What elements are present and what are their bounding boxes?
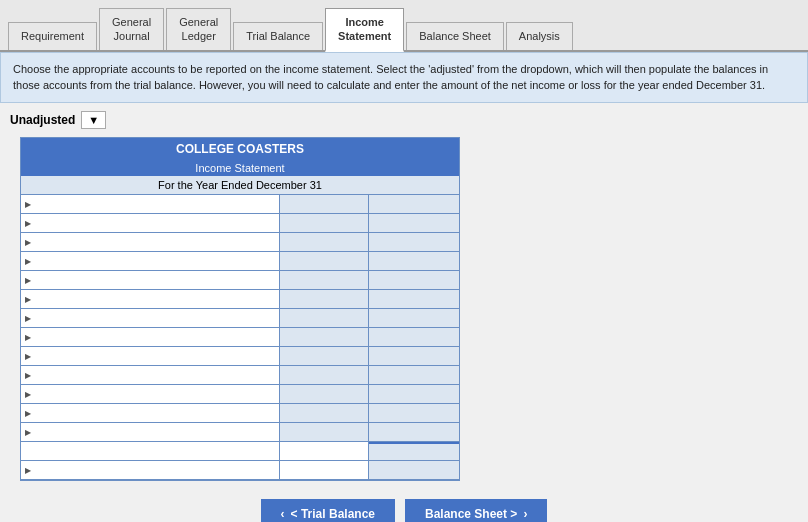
- row-value1-2[interactable]: [280, 214, 370, 232]
- row-label-15[interactable]: [21, 461, 280, 479]
- table-row: [21, 233, 459, 252]
- prev-label: < Trial Balance: [291, 507, 375, 521]
- row-value1-6[interactable]: [280, 290, 370, 308]
- tab-requirement[interactable]: Requirement: [8, 22, 97, 49]
- table-row: [21, 252, 459, 271]
- row-value1-8[interactable]: [280, 328, 370, 346]
- row-value1-14[interactable]: [280, 442, 370, 460]
- row-value2-9[interactable]: [369, 347, 459, 365]
- row-value1-4[interactable]: [280, 252, 370, 270]
- bottom-nav: ‹ < Trial Balance Balance Sheet > ›: [0, 481, 808, 522]
- instructions-box: Choose the appropriate accounts to be re…: [0, 52, 808, 103]
- row-value2-4[interactable]: [369, 252, 459, 270]
- row-value2-11[interactable]: [369, 385, 459, 403]
- row-label-13[interactable]: [21, 423, 280, 441]
- row-value1-11[interactable]: [280, 385, 370, 403]
- dropdown-label: Unadjusted: [10, 113, 75, 127]
- row-value1-12[interactable]: [280, 404, 370, 422]
- prev-button[interactable]: ‹ < Trial Balance: [261, 499, 395, 522]
- tabs-bar: Requirement GeneralJournal GeneralLedger…: [0, 0, 808, 52]
- row-value1-7[interactable]: [280, 309, 370, 327]
- row-label-4[interactable]: [21, 252, 280, 270]
- controls-row: Unadjusted ▼: [0, 103, 808, 137]
- row-value1-9[interactable]: [280, 347, 370, 365]
- prev-icon: ‹: [281, 507, 285, 521]
- next-icon: ›: [523, 507, 527, 521]
- row-value2-12[interactable]: [369, 404, 459, 422]
- row-label-2[interactable]: [21, 214, 280, 232]
- instructions-text: Choose the appropriate accounts to be re…: [13, 63, 768, 92]
- tab-income-statement[interactable]: IncomeStatement: [325, 8, 404, 52]
- table-row: [21, 328, 459, 347]
- row-value2-14[interactable]: [369, 442, 459, 460]
- table-row: [21, 271, 459, 290]
- row-value2-3[interactable]: [369, 233, 459, 251]
- chevron-down-icon: ▼: [88, 114, 99, 126]
- tab-balance-sheet[interactable]: Balance Sheet: [406, 22, 504, 49]
- row-value2-1[interactable]: [369, 195, 459, 213]
- table-row: [21, 423, 459, 442]
- row-value1-15[interactable]: [280, 461, 370, 479]
- row-label-5[interactable]: [21, 271, 280, 289]
- table-row: [21, 404, 459, 423]
- row-value2-10[interactable]: [369, 366, 459, 384]
- table-row: [21, 366, 459, 385]
- table-row: [21, 347, 459, 366]
- row-label-7[interactable]: [21, 309, 280, 327]
- tab-general-journal[interactable]: GeneralJournal: [99, 8, 164, 50]
- row-label-6[interactable]: [21, 290, 280, 308]
- row-label-11[interactable]: [21, 385, 280, 403]
- statement-table: COLLEGE COASTERS Income Statement For th…: [20, 137, 460, 195]
- table-row: [21, 309, 459, 328]
- company-name: COLLEGE COASTERS: [21, 137, 460, 160]
- row-label-1[interactable]: [21, 195, 280, 213]
- row-value1-3[interactable]: [280, 233, 370, 251]
- tab-analysis[interactable]: Analysis: [506, 22, 573, 49]
- row-value1-13[interactable]: [280, 423, 370, 441]
- next-label: Balance Sheet >: [425, 507, 517, 521]
- row-label-14[interactable]: [21, 442, 280, 460]
- row-value2-15[interactable]: [369, 461, 459, 479]
- table-row: [21, 461, 459, 480]
- row-value2-5[interactable]: [369, 271, 459, 289]
- row-value2-6[interactable]: [369, 290, 459, 308]
- table-row: [21, 385, 459, 404]
- row-value2-2[interactable]: [369, 214, 459, 232]
- statement-period: For the Year Ended December 31: [21, 176, 460, 195]
- row-value1-5[interactable]: [280, 271, 370, 289]
- statement-title: Income Statement: [21, 160, 460, 176]
- row-value2-8[interactable]: [369, 328, 459, 346]
- row-value1-10[interactable]: [280, 366, 370, 384]
- table-row: [21, 290, 459, 309]
- unadjusted-dropdown[interactable]: ▼: [81, 111, 106, 129]
- next-button[interactable]: Balance Sheet > ›: [405, 499, 547, 522]
- row-label-9[interactable]: [21, 347, 280, 365]
- row-label-8[interactable]: [21, 328, 280, 346]
- tab-trial-balance[interactable]: Trial Balance: [233, 22, 323, 49]
- tab-general-ledger[interactable]: GeneralLedger: [166, 8, 231, 50]
- table-row: [21, 442, 459, 461]
- row-value2-13[interactable]: [369, 423, 459, 441]
- row-label-10[interactable]: [21, 366, 280, 384]
- table-row: [21, 214, 459, 233]
- row-value2-7[interactable]: [369, 309, 459, 327]
- data-rows-container: [20, 195, 460, 481]
- row-label-3[interactable]: [21, 233, 280, 251]
- main-content: COLLEGE COASTERS Income Statement For th…: [0, 137, 808, 481]
- table-row: [21, 195, 459, 214]
- row-label-12[interactable]: [21, 404, 280, 422]
- row-value1-1[interactable]: [280, 195, 370, 213]
